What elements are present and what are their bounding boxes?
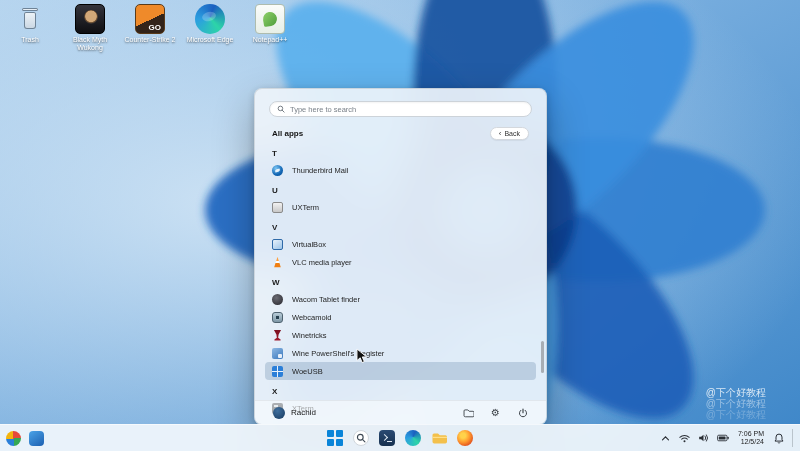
app-list-item-uxterm[interactable]: UXTerm (265, 198, 536, 216)
notepad-plus-plus-icon (255, 4, 285, 34)
battery-icon[interactable] (717, 431, 729, 445)
volume-icon[interactable] (698, 431, 710, 445)
app-label: Webcamoid (292, 313, 331, 322)
desktop-icon-label: Trash (4, 36, 56, 44)
desktop-icon-notepad-plus-plus[interactable]: Notepad++ (244, 4, 296, 52)
app-list-item-wacom[interactable]: Wacom Tablet finder (265, 290, 536, 308)
user-name: Rachid (291, 408, 316, 417)
desktop-icon-black-myth-wukong[interactable]: Black Myth Wukong (64, 4, 116, 52)
user-avatar (273, 407, 285, 419)
app-list-item-woeusb[interactable]: WoeUSB (265, 362, 536, 380)
search-icon[interactable] (353, 430, 369, 446)
back-label: Back (504, 130, 520, 137)
taskbar-tray: 7:06 PM 12/5/24 (660, 425, 796, 451)
section-letter: V (265, 216, 536, 235)
thunderbird-icon (272, 165, 283, 176)
wacom-icon (272, 294, 283, 305)
start-menu-footer: Rachid ⚙ (255, 400, 546, 424)
taskbar-left (6, 425, 44, 451)
firefox-icon[interactable] (457, 430, 473, 446)
power-icon[interactable] (517, 407, 528, 418)
uxterm-icon (272, 202, 283, 213)
app-label: Wacom Tablet finder (292, 295, 360, 304)
all-apps-header: All apps ‹ Back (272, 127, 529, 140)
app-list-item-winetricks[interactable]: Winetricks (265, 326, 536, 344)
desktop-icon-trash[interactable]: Trash (4, 4, 56, 52)
scrollbar-thumb[interactable] (541, 341, 544, 373)
winetricks-icon (272, 330, 283, 341)
virtualbox-icon (272, 239, 283, 250)
app-label: Winetricks (292, 331, 327, 340)
counter-strike-icon-text: GO (149, 23, 161, 32)
clock-date: 12/5/24 (738, 438, 764, 446)
terminal-icon[interactable] (379, 430, 395, 446)
section-letter: T (265, 142, 536, 161)
start-menu: All apps ‹ Back T Thunderbird Mail U UXT… (254, 88, 547, 425)
chevron-left-icon: ‹ (499, 130, 502, 137)
edge-icon[interactable] (405, 430, 421, 446)
webcamoid-icon (272, 312, 283, 323)
app-label: VirtualBox (292, 240, 326, 249)
desktop-icon-counter-strike[interactable]: GO Counter-Strike 2 (124, 4, 176, 52)
trash-icon (15, 4, 45, 34)
section-letter: U (265, 179, 536, 198)
footer-icons: ⚙ (463, 407, 528, 418)
file-explorer-icon[interactable] (431, 430, 447, 446)
app-label: Wine PowerShell's Register (292, 349, 384, 358)
section-letter: W (265, 271, 536, 290)
app-list-item-webcamoid[interactable]: Webcamoid (265, 308, 536, 326)
start-search-box[interactable] (269, 101, 532, 117)
app-list-item-wine-register[interactable]: Wine PowerShell's Register (265, 344, 536, 362)
desktop-icon-area: Trash Black Myth Wukong GO Counter-Strik… (4, 4, 296, 52)
clock[interactable]: 7:06 PM 12/5/24 (736, 430, 766, 446)
settings-gear-icon[interactable]: ⚙ (490, 407, 501, 418)
user-profile-button[interactable]: Rachid (273, 407, 316, 419)
edge-icon (195, 4, 225, 34)
black-myth-wukong-icon (75, 4, 105, 34)
app-list-item-vlc[interactable]: VLC media player (265, 253, 536, 271)
app-label: WoeUSB (292, 367, 323, 376)
taskbar: 7:06 PM 12/5/24 (0, 424, 800, 451)
desktop-icon-label: Notepad++ (244, 36, 296, 44)
desktop-icon-label: Black Myth Wukong (64, 36, 116, 52)
back-button[interactable]: ‹ Back (490, 127, 529, 140)
clock-time: 7:06 PM (738, 430, 764, 438)
vlc-icon (272, 257, 283, 268)
desktop-icon-microsoft-edge[interactable]: Microsoft Edge (184, 4, 236, 52)
widgets-icon[interactable] (6, 431, 21, 446)
windows-start-icon[interactable] (327, 430, 343, 446)
section-letter: X (265, 380, 536, 399)
counter-strike-icon: GO (135, 4, 165, 34)
wifi-icon[interactable] (679, 431, 691, 445)
search-icon (277, 105, 285, 113)
wine-register-icon (272, 348, 283, 359)
app-list-item-thunderbird[interactable]: Thunderbird Mail (265, 161, 536, 179)
app-list-item-virtualbox[interactable]: VirtualBox (265, 235, 536, 253)
app-label: UXTerm (292, 203, 319, 212)
taskbar-center (327, 425, 473, 451)
app-label: Thunderbird Mail (292, 166, 348, 175)
app-label: VLC media player (292, 258, 352, 267)
desktop-icon-label: Counter-Strike 2 (124, 36, 176, 44)
show-desktop-button[interactable] (792, 429, 796, 447)
woeusb-icon (272, 366, 283, 377)
bell-icon[interactable] (773, 431, 785, 445)
app-launcher-icon[interactable] (29, 431, 44, 446)
hidden-icons-chevron[interactable] (660, 431, 672, 445)
search-input[interactable] (290, 105, 524, 114)
folder-icon[interactable] (463, 407, 474, 418)
app-list: T Thunderbird Mail U UXTerm V VirtualBox… (255, 142, 546, 417)
all-apps-title: All apps (272, 129, 303, 138)
desktop-icon-label: Microsoft Edge (184, 36, 236, 44)
